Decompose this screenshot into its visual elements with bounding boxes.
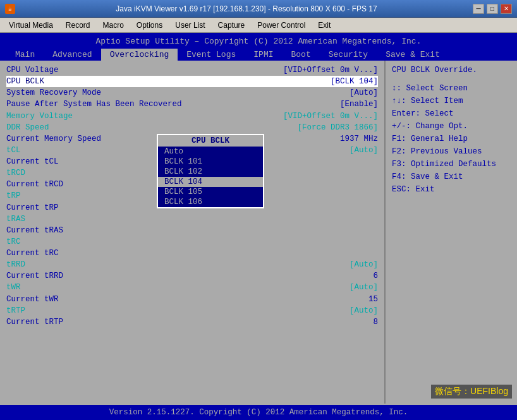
row-value: 15 xyxy=(368,294,378,305)
shortcut-item: F3: Optimized Defaults xyxy=(392,158,511,171)
row-label: Current tCL xyxy=(6,156,59,167)
row-label: CPU BCLK xyxy=(6,76,44,87)
dropdown-item[interactable]: BCLK 105 xyxy=(158,187,263,197)
right-panel: CPU BCLK Override. ↕: Select Screen↑↓: S… xyxy=(384,61,517,404)
row-value: [Enable] xyxy=(340,99,378,110)
row-label: Current tRRD xyxy=(6,270,63,282)
shortcut-item: Enter: Select xyxy=(392,107,511,120)
row-label: DDR Speed xyxy=(6,122,49,133)
row-label: Current tWR xyxy=(6,294,59,305)
shortcut-item: ↕: Select Screen xyxy=(392,82,511,95)
bios-row: tRAS xyxy=(6,213,378,225)
dropdown-item[interactable]: BCLK 104 xyxy=(158,177,263,187)
row-label: tRRD xyxy=(6,259,25,270)
menu-item-power-control[interactable]: Power Control xyxy=(251,20,312,31)
window-title: Java iKVM Viewer v1.69 r17 [192.168.1.23… xyxy=(20,4,473,13)
row-label: System Recovery Mode xyxy=(6,87,101,99)
minimize-button[interactable]: ─ xyxy=(473,4,484,14)
dropdown-popup[interactable]: CPU BCLK AutoBCLK 101BCLK 102BCLK 104BCL… xyxy=(157,134,264,208)
menu-item-user-list[interactable]: User List xyxy=(169,20,211,31)
row-value: [VID+Offset 0m V...] xyxy=(283,64,378,76)
bios-row: Pause After System Has Been Recovered[En… xyxy=(6,99,378,110)
row-label: tCL xyxy=(6,145,21,156)
row-value: 6 xyxy=(373,270,378,282)
bios-row: tRTP[Auto] xyxy=(6,305,378,316)
row-label: Current tRCD xyxy=(6,179,63,190)
row-value: [BCLK 104] xyxy=(331,76,378,87)
watermark: 微信号：UEFIBlog xyxy=(431,385,512,399)
row-label: Current tRTP xyxy=(6,316,63,328)
row-label: tRTP xyxy=(6,305,25,316)
help-description: CPU BCLK Override. xyxy=(392,66,511,75)
tab-security[interactable]: Security xyxy=(320,49,377,61)
bios-content: Aptio Setup Utility – Copyright (C) 2012… xyxy=(0,33,517,420)
tab-save-&-exit[interactable]: Save & Exit xyxy=(377,49,449,61)
tab-bar: MainAdvancedOverclockingEvent LogsIPMIBo… xyxy=(0,49,517,61)
shortcuts: ↕: Select Screen↑↓: Select ItemEnter: Se… xyxy=(392,82,511,196)
bios-row: Current tWR15 xyxy=(6,294,378,305)
maximize-button[interactable]: □ xyxy=(487,4,498,14)
shortcut-item: F1: General Help xyxy=(392,133,511,145)
tab-main[interactable]: Main xyxy=(6,49,44,61)
row-label: tWR xyxy=(6,282,21,293)
tab-event-logs[interactable]: Event Logs xyxy=(178,49,245,61)
title-bar: ☕ Java iKVM Viewer v1.69 r17 [192.168.1.… xyxy=(0,0,517,18)
row-label: Memory Voltage xyxy=(6,111,73,122)
row-label: CPU Voltage xyxy=(6,64,59,76)
row-label: tRP xyxy=(6,190,21,201)
bios-row: CPU Voltage[VID+Offset 0m V...] xyxy=(6,64,378,76)
menu-item-exit[interactable]: Exit xyxy=(312,20,337,31)
row-value: 1937 MHz xyxy=(340,133,378,145)
menu-item-record[interactable]: Record xyxy=(59,20,97,31)
shortcut-item: F4: Save & Exit xyxy=(392,171,511,183)
close-button[interactable]: ✕ xyxy=(501,4,512,14)
dropdown-item[interactable]: Auto xyxy=(158,147,263,157)
bios-row: System Recovery Mode[Auto] xyxy=(6,87,378,99)
bios-header: Aptio Setup Utility – Copyright (C) 2012… xyxy=(0,33,517,49)
row-value: [Auto] xyxy=(350,282,378,293)
bios-footer: Version 2.15.1227. Copyright (C) 2012 Am… xyxy=(0,404,517,420)
bios-row: Current tRC xyxy=(6,248,378,259)
bios-row: Current tRRD6 xyxy=(6,270,378,282)
row-value: [Auto] xyxy=(350,305,378,316)
tab-ipmi[interactable]: IPMI xyxy=(245,49,282,61)
menu-item-capture[interactable]: Capture xyxy=(212,20,252,31)
dropdown-title: CPU BCLK xyxy=(158,135,263,147)
tab-boot[interactable]: Boot xyxy=(283,49,320,61)
row-label: Current Memory Speed xyxy=(6,133,101,145)
row-value: [Force DDR3 1866] xyxy=(297,122,378,133)
tab-advanced[interactable]: Advanced xyxy=(44,49,100,61)
row-label: Current tRP xyxy=(6,202,59,213)
row-label: Current tRC xyxy=(6,248,59,259)
dropdown-item[interactable]: BCLK 106 xyxy=(158,197,263,207)
tab-overclocking[interactable]: Overclocking xyxy=(101,49,178,61)
row-label: tRC xyxy=(6,236,21,248)
shortcut-item: F2: Previous Values xyxy=(392,145,511,158)
bios-row: tRRD[Auto] xyxy=(6,259,378,270)
bios-row: tWR[Auto] xyxy=(6,282,378,293)
row-label: tRCD xyxy=(6,167,25,179)
menu-item-options[interactable]: Options xyxy=(130,20,169,31)
row-label: tRAS xyxy=(6,213,25,225)
bios-body: CPU Voltage[VID+Offset 0m V...]CPU BCLK[… xyxy=(0,61,517,404)
shortcut-item: +/-: Change Opt. xyxy=(392,120,511,133)
window-controls: ─ □ ✕ xyxy=(473,4,512,14)
bios-row: Current tRAS xyxy=(6,225,378,236)
bios-row: CPU BCLK[BCLK 104] xyxy=(6,76,378,87)
row-value: [Auto] xyxy=(350,145,378,156)
menu-item-macro[interactable]: Macro xyxy=(97,20,130,31)
dropdown-item[interactable]: BCLK 101 xyxy=(158,157,263,167)
shortcut-item: ESC: Exit xyxy=(392,183,511,196)
bios-row: Memory Voltage[VID+Offset 0m V...] xyxy=(6,111,378,122)
row-value: 8 xyxy=(373,316,378,328)
left-panel: CPU Voltage[VID+Offset 0m V...]CPU BCLK[… xyxy=(0,61,384,404)
menu-item-virtual-media[interactable]: Virtual Media xyxy=(3,20,59,31)
app-icon: ☕ xyxy=(5,4,15,14)
row-value: [Auto] xyxy=(350,259,378,270)
row-value: [VID+Offset 0m V...] xyxy=(283,111,378,122)
bios-row: Current tRTP8 xyxy=(6,316,378,328)
bios-row: tRC xyxy=(6,236,378,248)
menu-bar: Virtual MediaRecordMacroOptionsUser List… xyxy=(0,18,517,33)
dropdown-item[interactable]: BCLK 102 xyxy=(158,167,263,177)
bios-row: DDR Speed[Force DDR3 1866] xyxy=(6,122,378,133)
